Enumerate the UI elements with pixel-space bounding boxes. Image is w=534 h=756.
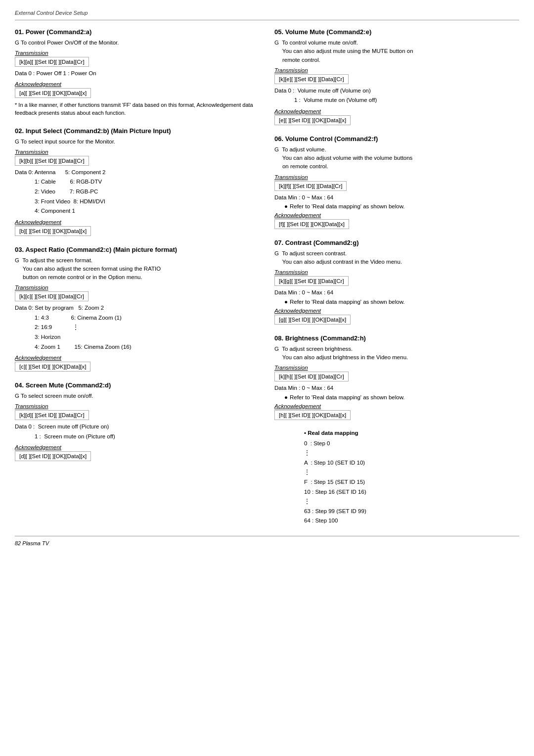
section-01-title: 01. Power (Command2:a) — [15, 28, 260, 36]
section-06: 06. Volume Control (Command2:f) G To adj… — [274, 135, 519, 229]
section-07-ack-code: [g][ ][Set ID][ ][OK][Data][x] — [274, 315, 351, 325]
section-05-title: 05. Volume Mute (Command2:e) — [274, 28, 519, 36]
section-07: 07. Contrast (Command2:g) G To adjust sc… — [274, 239, 519, 325]
section-01-ack-label: Acknowledgement — [15, 81, 260, 87]
section-04-transmission-label: Transmission — [15, 403, 260, 409]
section-06-ack-label: Acknowledgement — [274, 212, 519, 218]
section-07-transmission-label: Transmission — [274, 269, 519, 275]
left-column: 01. Power (Command2:a) G To control Powe… — [15, 28, 260, 526]
section-02: 02. Input Select (Command2:b) (Main Pict… — [15, 127, 260, 236]
section-08-transmission-code: [k][h][ ][Set ID][ ][Data][Cr] — [274, 372, 349, 381]
section-03-ack-code: [c][ ][Set ID][ ][OK][Data][x] — [15, 362, 90, 372]
section-04-desc: G To select screen mute on/off. — [15, 392, 260, 400]
section-03-ack-label: Acknowledgement — [15, 355, 260, 361]
section-01-data: Data 0 : Power Off 1 : Power On — [15, 69, 260, 78]
section-08-bullet: ●Refer to 'Real data mapping' as shown b… — [274, 394, 519, 400]
section-03-title: 03. Aspect Ratio (Command2:c) (Main pict… — [15, 246, 260, 253]
section-01-ack-code: [a][ ][Set ID][ ][OK][Data][x] — [15, 88, 91, 98]
section-07-transmission-code: [k][g][ ][Set ID][ ][Data][Cr] — [274, 276, 349, 286]
real-data-mapping-title: • Real data mapping — [304, 430, 519, 436]
section-06-transmission-label: Transmission — [274, 174, 519, 180]
section-02-title: 02. Input Select (Command2:b) (Main Pict… — [15, 127, 260, 135]
section-01-desc: G To control Power On/Off of the Monitor… — [15, 39, 260, 47]
section-08-title: 08. Brightness (Command2:h) — [274, 334, 519, 342]
section-01-transmission-code: [k][a][ ][Set ID][ ][Data][Cr] — [15, 57, 89, 67]
section-04-ack-label: Acknowledgement — [15, 444, 260, 450]
section-06-desc: G To adjust volume. You can also adjust … — [274, 145, 519, 171]
section-01-transmission-label: Transmission — [15, 50, 260, 56]
section-08-ack-code: [h][ ][Set ID][ ][OK][Data][x] — [274, 410, 351, 420]
section-08-transmission-label: Transmission — [274, 365, 519, 371]
section-05-ack-code: [e][ ][Set ID][ ][OK][Data][x] — [274, 115, 351, 125]
section-07-title: 07. Contrast (Command2:g) — [274, 239, 519, 246]
real-data-mapping-content: 0 : Step 0 ⋮ A : Step 10 (SET ID 10) ⋮ F… — [304, 439, 519, 526]
section-07-ack-label: Acknowledgement — [274, 308, 519, 314]
page-footer: 82 Plasma TV — [15, 536, 519, 546]
section-06-title: 06. Volume Control (Command2:f) — [274, 135, 519, 142]
section-02-ack-label: Acknowledgement — [15, 219, 260, 225]
section-04-ack-code: [d][ ][Set ID][ ][OK][Data][x] — [15, 451, 91, 461]
section-05-data: Data 0 : Volume mute off (Volume on) 1 :… — [274, 86, 519, 105]
section-03-data: Data 0: Set by program 5: Zoom 2 1: 4:3 … — [15, 303, 260, 352]
section-04-title: 04. Screen Mute (Command2:d) — [15, 381, 260, 389]
section-03: 03. Aspect Ratio (Command2:c) (Main pict… — [15, 246, 260, 372]
section-05-desc: G To control volume mute on/off. You can… — [274, 39, 519, 64]
section-04: 04. Screen Mute (Command2:d) G To select… — [15, 381, 260, 461]
section-03-desc: G To adjust the screen format. You can a… — [15, 256, 260, 282]
real-data-mapping: • Real data mapping 0 : Step 0 ⋮ A : Ste… — [274, 430, 519, 526]
section-04-data: Data 0 : Screen mute off (Picture on) 1 … — [15, 422, 260, 441]
section-06-transmission-code: [k][f][ ][Set ID][ ][Data][Cr] — [274, 181, 347, 191]
section-06-data: Data Min : 0 ~ Max : 64 — [274, 193, 519, 202]
section-04-transmission-code: [k][d][ ][Set ID][ ][Data][Cr] — [15, 410, 89, 420]
section-02-transmission-code: [k][b][ ][Set ID][ ][Data][Cr] — [15, 156, 89, 166]
section-06-ack-code: [f][ ][Set ID][ ][OK][Data][x] — [274, 219, 349, 229]
section-08: 08. Brightness (Command2:h) G To adjust … — [274, 334, 519, 420]
section-05-transmission-code: [k][e][ ][Set ID][ ][Data][Cr] — [274, 74, 349, 84]
section-05-transmission-label: Transmission — [274, 67, 519, 73]
section-07-bullet: ●Refer to 'Real data mapping' as shown b… — [274, 299, 519, 305]
section-07-data: Data Min : 0 ~ Max : 64 — [274, 288, 519, 297]
page-header: External Control Device Setup — [15, 10, 519, 20]
section-08-data: Data Min : 0 ~ Max : 64 — [274, 383, 519, 392]
section-01: 01. Power (Command2:a) G To control Powe… — [15, 28, 260, 117]
section-02-data: Data 0: Antenna 5: Component 2 1: Cable … — [15, 168, 260, 216]
section-05: 05. Volume Mute (Command2:e) G To contro… — [274, 28, 519, 125]
section-08-desc: G To adjust screen brightness. You can a… — [274, 345, 519, 362]
section-02-ack-code: [b][ ][Set ID][ ][OK][Data][x] — [15, 226, 91, 236]
section-06-bullet: ●Refer to 'Real data mapping' as shown b… — [274, 203, 519, 209]
section-01-note: * In a like manner, if other functions t… — [15, 101, 260, 117]
right-column: 05. Volume Mute (Command2:e) G To contro… — [274, 28, 519, 526]
section-02-transmission-label: Transmission — [15, 149, 260, 155]
section-05-ack-label: Acknowledgement — [274, 108, 519, 114]
section-02-desc: G To select input source for the Monitor… — [15, 138, 260, 146]
section-03-transmission-code: [k][c][ ][Set ID][ ][Data][Cr] — [15, 291, 89, 301]
section-08-ack-label: Acknowledgement — [274, 403, 519, 409]
section-07-desc: G To adjust screen contrast. You can als… — [274, 249, 519, 267]
section-03-transmission-label: Transmission — [15, 284, 260, 290]
page-number: 82 Plasma TV — [15, 540, 49, 546]
